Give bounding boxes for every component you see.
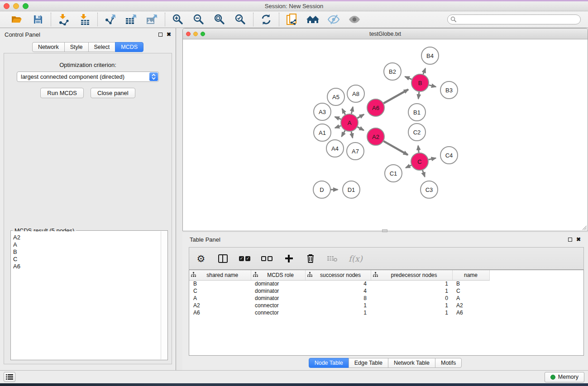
graph-node-C4[interactable]: C4 [440,147,458,164]
table-cell[interactable]: 1 [371,280,452,287]
tab-edge-table[interactable]: Edge Table [349,358,388,368]
graph-node-A1[interactable]: A1 [314,124,331,141]
show-panels-list-button[interactable] [4,372,15,382]
import-table-icon[interactable] [78,13,91,26]
column-header-mcds-role[interactable]: MCDS role [251,270,305,280]
graph-node-A4[interactable]: A4 [326,140,344,157]
close-panel-button[interactable]: Close panel [91,88,135,98]
table-cell[interactable]: 1 [371,309,452,316]
graph-edge-C-C2[interactable] [418,146,419,152]
graph-node-C2[interactable]: C2 [408,124,425,141]
open-session-icon[interactable] [10,13,24,26]
table-cell[interactable]: connector [251,302,305,309]
table-cell[interactable]: C [452,287,489,295]
graph-node-A[interactable]: A [341,114,358,131]
delete-column-trash-icon[interactable] [305,253,316,264]
table-cell[interactable]: dominator [251,287,305,295]
table-cell[interactable]: C [189,287,251,295]
table-row[interactable]: A6connector11A6 [189,309,583,316]
graph-node-C[interactable]: C [411,153,428,170]
table-cell[interactable]: 0 [371,295,452,302]
table-cell[interactable]: dominator [251,280,305,287]
table-cell[interactable]: 1 [305,302,371,309]
list-item[interactable]: A6 [13,263,161,270]
graph-edge-A-A6[interactable] [357,114,364,118]
network-window-titlebar[interactable]: testGlobe.txt [183,29,588,39]
float-table-panel-icon[interactable] [568,238,572,242]
graph-edge-B-B2[interactable] [405,76,412,79]
tab-network[interactable]: Network [32,42,65,52]
graph-node-D1[interactable]: D1 [343,181,360,198]
network-canvas[interactable]: B4B2BB3A5A8A6B1A3AA1C2A2A4A7C4CC1C3DD1 [183,39,588,231]
graph-node-A7[interactable]: A7 [347,143,364,160]
graph-node-B3[interactable]: B3 [440,81,458,99]
search-input[interactable] [447,14,581,24]
mcds-result-scrollbar[interactable] [161,231,167,359]
table-cell[interactable]: A [189,295,251,302]
function-builder-icon[interactable]: f(x) [349,253,363,264]
close-panel-icon[interactable]: ✖ [167,32,171,37]
float-panel-icon[interactable] [158,33,163,37]
table-cell[interactable]: A2 [189,302,251,309]
graph-node-A8[interactable]: A8 [347,85,364,102]
memory-button[interactable]: Memory [545,372,584,382]
table-row[interactable]: Cdominator41C [189,287,583,295]
table-cell[interactable]: connector [251,309,305,316]
graph-edge-A-A3[interactable] [335,117,341,119]
table-cell[interactable]: 8 [305,295,371,302]
table-cell[interactable]: A6 [452,309,489,316]
table-cell[interactable]: A [452,295,489,302]
graph-edge-B-B1[interactable] [418,92,419,99]
table-cell[interactable]: A2 [452,302,489,309]
tab-style[interactable]: Style [64,42,89,52]
graph-node-B4[interactable]: B4 [421,47,439,64]
import-network-icon[interactable] [57,13,71,26]
splitter-handle[interactable] [382,229,387,232]
table-cell[interactable]: 4 [305,280,371,287]
graph-edge-A6-B[interactable] [383,90,408,104]
run-mcds-button[interactable]: Run MCDS [40,88,84,98]
zoom-selected-icon[interactable] [234,13,247,26]
zoom-fit-icon[interactable] [213,13,226,26]
graph-node-B2[interactable]: B2 [384,63,401,80]
graph-edge-A2-C[interactable] [383,141,408,155]
tab-node-table[interactable]: Node Table [309,358,349,368]
list-item[interactable]: C [13,256,161,263]
export-network-icon[interactable] [104,13,117,26]
list-item[interactable]: A [13,241,161,248]
tab-network-table[interactable]: Network Table [388,358,435,368]
graph-node-A3[interactable]: A3 [314,103,331,120]
clone-network-icon[interactable] [285,13,299,26]
table-cell[interactable]: 4 [305,287,371,295]
column-header-shared-name[interactable]: shared name [189,270,251,280]
mcds-result-list[interactable]: A2ABCA6 [11,231,161,359]
column-header-predecessor-nodes[interactable]: predecessor nodes [371,270,452,280]
table-settings-gear-icon[interactable]: ⚙ [196,253,206,264]
graph-node-B1[interactable]: B1 [408,104,425,121]
graph-node-A6[interactable]: A6 [367,99,384,116]
table-cell[interactable]: B [189,280,251,287]
close-table-panel-icon[interactable]: ✖ [576,237,581,242]
list-item[interactable]: B [13,248,161,256]
tab-motifs[interactable]: Motifs [435,358,462,368]
graph-edge-A-A8[interactable] [351,107,353,114]
graph-edge-B-B4[interactable] [423,68,425,74]
graph-edge-B-B3[interactable] [429,85,435,87]
table-row[interactable]: Adominator80A [189,295,583,302]
export-image-icon[interactable] [145,13,159,26]
graph-node-A2[interactable]: A2 [367,128,384,145]
graph-edge-C-C1[interactable] [406,165,411,168]
tab-select[interactable]: Select [88,42,116,52]
home-view-icon[interactable] [306,13,320,26]
table-row[interactable]: A2connector11A2 [189,302,583,309]
column-visibility-icon[interactable] [217,253,228,264]
graph-edge-C-C3[interactable] [422,170,425,177]
hide-panels-eye-slash-icon[interactable] [327,13,340,26]
graph-edge-A-A4[interactable] [342,130,345,136]
refresh-layout-icon[interactable] [259,13,273,26]
select-all-rows-icon[interactable]: ✓✓ [239,253,250,264]
delete-table-icon[interactable] [327,253,338,264]
table-cell[interactable]: 1 [305,309,371,316]
table-cell[interactable]: B [452,280,489,287]
column-header-name[interactable]: name [452,270,489,280]
